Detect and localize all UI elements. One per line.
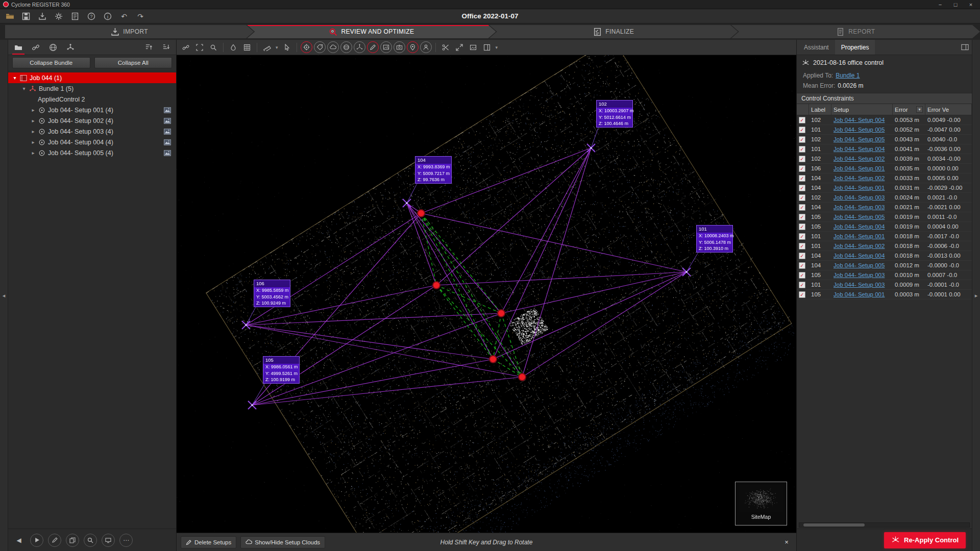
- constraint-setup-link[interactable]: Job 044- Setup 005: [834, 127, 885, 133]
- zoom-region-icon[interactable]: [207, 41, 219, 54]
- split-cut-icon[interactable]: [439, 41, 452, 54]
- constraint-setup-link[interactable]: Job 044- Setup 002: [834, 175, 885, 181]
- maximize-button[interactable]: □: [948, 1, 963, 9]
- show-hide-setup-clouds-button[interactable]: Show/Hide Setup Clouds: [240, 536, 325, 548]
- workflow-tab-finalize[interactable]: FINALIZE: [489, 25, 738, 38]
- constraint-checkbox[interactable]: ✓: [799, 165, 805, 172]
- sort-ascending-icon[interactable]: [140, 40, 157, 55]
- reapply-control-button[interactable]: Re-Apply Control: [884, 532, 966, 548]
- error-sort-dropdown[interactable]: ▾: [916, 106, 923, 113]
- constraint-checkbox[interactable]: ✓: [799, 136, 805, 143]
- tree-item-bundle[interactable]: ▾ Bundle 1 (5): [8, 83, 176, 94]
- constraint-checkbox[interactable]: ✓: [799, 194, 805, 201]
- constraint-setup-link[interactable]: Job 044- Setup 004: [834, 146, 885, 152]
- tree-item-setup[interactable]: ▸Job 044- Setup 002 (4): [8, 115, 176, 126]
- copy-link-icon[interactable]: [180, 41, 192, 54]
- setup-node[interactable]: [498, 310, 505, 317]
- geotag-tool-ring[interactable]: [407, 41, 419, 53]
- col-label[interactable]: Label: [809, 104, 831, 115]
- grid-icon[interactable]: [241, 41, 253, 54]
- caret-icon[interactable]: ▸: [31, 129, 36, 134]
- collapse-left-panel-handle[interactable]: ◂: [0, 40, 8, 551]
- constraint-checkbox[interactable]: ✓: [799, 272, 805, 279]
- tab-bundles[interactable]: [62, 40, 79, 55]
- col-error[interactable]: Error▾: [893, 104, 925, 115]
- caret-icon[interactable]: ▸: [31, 150, 36, 156]
- tree-item-job[interactable]: ▾ Job 044 (1): [8, 72, 176, 83]
- constraint-checkbox[interactable]: ✓: [799, 204, 805, 211]
- report-list-icon[interactable]: [69, 11, 81, 22]
- collapse-all-button[interactable]: Collapse All: [94, 57, 173, 68]
- constraint-checkbox[interactable]: ✓: [799, 282, 805, 288]
- tree-item-setup[interactable]: ▸Job 044- Setup 003 (4): [8, 126, 176, 137]
- measure-dropdown-caret[interactable]: ▾: [275, 45, 279, 50]
- constraint-setup-link[interactable]: Job 044- Setup 004: [834, 253, 885, 259]
- constraints-hscrollbar[interactable]: [799, 522, 970, 528]
- info-icon[interactable]: i: [102, 11, 113, 22]
- tree-item-setup[interactable]: ▸Job 044- Setup 005 (4): [8, 147, 176, 158]
- display-button[interactable]: [102, 534, 115, 547]
- tab-links[interactable]: [28, 40, 44, 55]
- previous-button[interactable]: ◀: [12, 534, 26, 547]
- constraint-checkbox[interactable]: ✓: [799, 117, 805, 123]
- constraint-checkbox[interactable]: ✓: [799, 146, 805, 153]
- viewport-3d[interactable]: 102X: 10003.2907 mY: 5012.6614 mZ: 100.4…: [177, 55, 796, 533]
- camera-tool-ring[interactable]: [394, 41, 405, 53]
- dismiss-hint-button[interactable]: ×: [781, 537, 792, 548]
- frame-view-icon[interactable]: [193, 41, 206, 54]
- play-button[interactable]: [30, 534, 43, 547]
- constraint-setup-link[interactable]: Job 044- Setup 004: [834, 223, 885, 230]
- panel-layout-icon[interactable]: [959, 41, 971, 54]
- caret-icon[interactable]: ▾: [21, 86, 27, 91]
- setup-node[interactable]: [433, 282, 440, 289]
- constraint-checkbox[interactable]: ✓: [799, 223, 805, 230]
- constraint-setup-link[interactable]: Job 044- Setup 001: [834, 185, 885, 191]
- collapse-right-panel-handle[interactable]: ▸: [972, 40, 980, 551]
- undo-icon[interactable]: ↶: [118, 11, 130, 22]
- scrollbar-thumb[interactable]: [803, 523, 865, 527]
- tab-properties[interactable]: Properties: [835, 40, 875, 55]
- constraint-setup-link[interactable]: Job 044- Setup 005: [834, 262, 885, 268]
- select-pointer-icon[interactable]: [281, 41, 293, 54]
- workflow-tab-review-and-optimize[interactable]: REVIEW AND OPTIMIZE: [247, 25, 496, 38]
- tag-tool-ring[interactable]: [314, 41, 326, 53]
- close-window-button[interactable]: ×: [964, 1, 978, 9]
- target-tool-ring[interactable]: [301, 41, 312, 53]
- sitemap-widget[interactable]: SiteMap: [735, 482, 787, 525]
- delete-setups-button[interactable]: Delete Setups: [181, 536, 236, 548]
- col-error-vector[interactable]: Error Ve: [925, 104, 972, 115]
- constraint-setup-link[interactable]: Job 044- Setup 002: [834, 243, 885, 249]
- constraint-setup-link[interactable]: Job 044- Setup 003: [834, 272, 885, 278]
- caret-icon[interactable]: ▸: [31, 118, 36, 123]
- settings-gear-icon[interactable]: [53, 11, 64, 22]
- constraint-checkbox[interactable]: ✓: [799, 175, 805, 182]
- constraint-setup-link[interactable]: Job 044- Setup 003: [834, 194, 885, 201]
- constraint-checkbox[interactable]: ✓: [799, 262, 805, 269]
- tab-geotags[interactable]: [45, 40, 61, 55]
- image-tool-ring[interactable]: [380, 41, 392, 53]
- constraint-setup-link[interactable]: Job 044- Setup 005: [834, 136, 885, 142]
- constraint-checkbox[interactable]: ✓: [799, 243, 805, 249]
- constraint-setup-link[interactable]: Job 044- Setup 001: [834, 165, 885, 171]
- sphere-tool-ring[interactable]: [340, 41, 352, 53]
- constraint-setup-link[interactable]: Job 044- Setup 001: [834, 291, 885, 297]
- layout-dropdown-caret[interactable]: ▾: [495, 45, 499, 50]
- constraint-setup-link[interactable]: Job 044- Setup 005: [834, 214, 885, 220]
- bundle-tool-ring[interactable]: [354, 41, 365, 53]
- col-setup[interactable]: Setup: [831, 104, 893, 115]
- draw-tool-ring[interactable]: [367, 41, 379, 53]
- constraint-setup-link[interactable]: Job 044- Setup 004: [834, 117, 885, 123]
- expand-view-icon[interactable]: [453, 41, 465, 54]
- setup-node[interactable]: [519, 373, 526, 381]
- tree-item-setup[interactable]: ▸Job 044- Setup 001 (4): [8, 105, 176, 115]
- sort-descending-icon[interactable]: [158, 40, 174, 55]
- constraint-checkbox[interactable]: ✓: [799, 233, 805, 240]
- open-project-icon[interactable]: [4, 11, 15, 22]
- setup-node[interactable]: [418, 210, 425, 217]
- constraint-setup-link[interactable]: Job 044- Setup 003: [834, 204, 885, 210]
- save-project-icon[interactable]: [20, 11, 32, 22]
- constraint-checkbox[interactable]: ✓: [799, 185, 805, 191]
- color-mode-icon[interactable]: [227, 41, 239, 54]
- caret-icon[interactable]: ▸: [31, 107, 36, 113]
- redo-icon[interactable]: ↷: [135, 11, 146, 22]
